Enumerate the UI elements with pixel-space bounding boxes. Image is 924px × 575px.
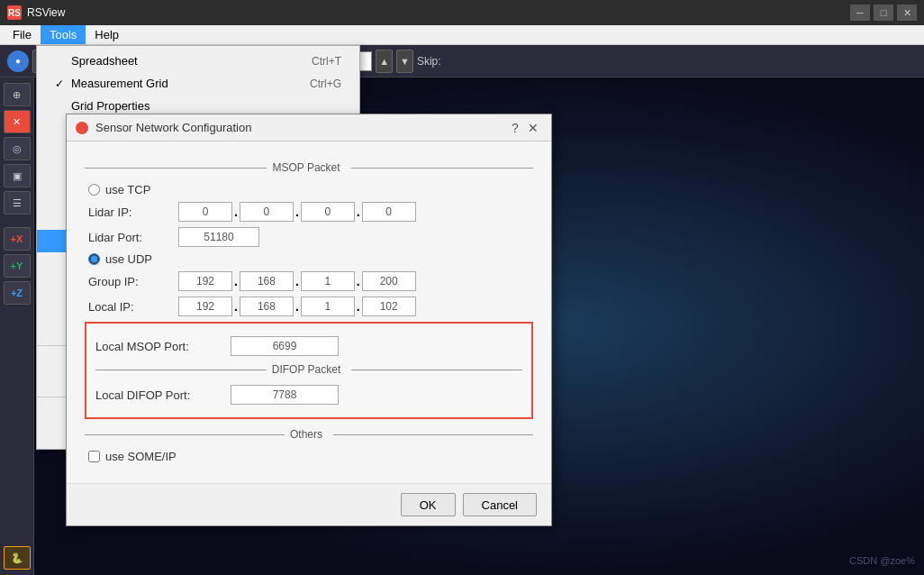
sidebar-btn-2[interactable]: ✕ [4, 110, 31, 133]
local-msop-port-input[interactable] [231, 336, 339, 356]
group-ip-row: Group IP: . . . [88, 271, 533, 291]
sidebar-python-icon: 🐍 [4, 546, 31, 570]
modal-close-button[interactable]: ✕ [524, 120, 542, 136]
msop-section-title: MSOP Packet [272, 161, 340, 174]
sidebar-btn-axes-y[interactable]: +Y [4, 254, 31, 278]
group-ip-field-1[interactable] [178, 271, 232, 291]
modal-title: Sensor Network Configuration [95, 121, 506, 134]
menu-bar: File Tools Help [0, 25, 924, 45]
local-ip-field-2[interactable] [240, 297, 294, 316]
lidar-ip-label: Lidar IP: [88, 205, 178, 219]
use-some-ip-checkbox[interactable] [88, 451, 100, 462]
title-bar: RS RSView ─ □ ✕ [0, 0, 924, 25]
others-section-header: Others [85, 428, 533, 441]
msop-section-header: MSOP Packet [85, 161, 533, 174]
local-ip-field-1[interactable] [178, 297, 232, 316]
menu-tools[interactable]: Tools [41, 25, 86, 44]
group-ip-label: Group IP: [88, 275, 178, 288]
use-tcp-label: use TCP [105, 183, 150, 196]
sensor-network-config-dialog: Sensor Network Configuration ? ✕ MSOP Pa… [66, 114, 552, 526]
menu-help[interactable]: Help [86, 25, 128, 44]
modal-cancel-button[interactable]: Cancel [463, 493, 537, 516]
menu-file[interactable]: File [4, 25, 41, 44]
use-tcp-row: use TCP [85, 183, 533, 196]
group-ip-field-2[interactable] [240, 271, 294, 291]
difop-section-header: DIFOP Packet [95, 363, 522, 376]
lidar-port-label: Lidar Port: [88, 231, 178, 244]
window-controls: ─ □ ✕ [850, 5, 917, 21]
app-icon: RS [7, 5, 22, 20]
group-ip-field-3[interactable] [301, 271, 355, 291]
tf-down[interactable]: ▼ [396, 50, 413, 73]
sidebar-btn-axes-x[interactable]: +X [4, 227, 31, 251]
local-difop-port-row: Local DIFOP Port: [95, 385, 522, 405]
modal-help-button[interactable]: ? [506, 120, 524, 136]
local-msop-port-label: Local MSOP Port: [95, 340, 231, 353]
lidar-port-input[interactable] [178, 227, 259, 247]
sidebar-btn-5[interactable]: ☰ [4, 191, 31, 214]
use-udp-label: use UDP [105, 252, 152, 266]
lidar-ip-field-3[interactable] [301, 202, 355, 222]
maximize-button[interactable]: □ [874, 5, 893, 21]
local-difop-port-input[interactable] [231, 385, 339, 405]
sidebar-btn-4[interactable]: ▣ [4, 164, 31, 187]
skip-label: Skip: [417, 55, 441, 68]
lidar-ip-row: Lidar IP: . . . [88, 202, 533, 222]
use-udp-row: use UDP [85, 252, 533, 266]
others-section-title: Others [290, 428, 322, 441]
difop-section-title: DIFOP Packet [272, 363, 340, 376]
local-difop-port-label: Local DIFOP Port: [95, 388, 231, 402]
highlighted-ports-section: Local MSOP Port: DIFOP Packet Local DIFO… [85, 322, 533, 419]
modal-footer: OK Cancel [67, 483, 551, 525]
local-ip-field-3[interactable] [301, 297, 355, 316]
use-some-ip-row: use SOME/IP [85, 450, 533, 463]
modal-titlebar: Sensor Network Configuration ? ✕ [67, 114, 551, 141]
lidar-port-row: Lidar Port: [88, 227, 533, 247]
menu-spreadsheet[interactable]: Spreadsheet Ctrl+T [37, 50, 359, 72]
close-button[interactable]: ✕ [897, 5, 917, 21]
use-tcp-radio[interactable] [88, 184, 100, 196]
local-msop-port-row: Local MSOP Port: [95, 336, 522, 356]
lidar-ip-field-4[interactable] [362, 202, 416, 222]
lidar-ip-field-1[interactable] [178, 202, 232, 222]
minimize-button[interactable]: ─ [850, 5, 870, 21]
sidebar-btn-3[interactable]: ◎ [4, 137, 31, 160]
connect-icon: ● [7, 50, 29, 72]
lidar-ip-field-2[interactable] [240, 202, 294, 222]
use-some-ip-label: use SOME/IP [105, 450, 177, 463]
use-udp-radio[interactable] [88, 253, 100, 265]
modal-body: MSOP Packet use TCP Lidar IP: . . . [67, 141, 551, 483]
left-sidebar: ⊕ ✕ ◎ ▣ ☰ +X +Y +Z 🐍 [0, 78, 34, 575]
modal-ok-button[interactable]: OK [401, 493, 456, 516]
modal-title-icon [76, 122, 88, 134]
local-ip-field-4[interactable] [362, 297, 416, 316]
local-ip-label: Local IP: [88, 300, 178, 314]
sidebar-btn-1[interactable]: ⊕ [4, 83, 31, 106]
local-ip-row: Local IP: . . . [88, 297, 533, 316]
app-title: RSView [27, 6, 65, 19]
group-ip-field-4[interactable] [362, 271, 416, 291]
sidebar-btn-axes-z[interactable]: +Z [4, 281, 31, 305]
tf-up[interactable]: ▲ [376, 50, 393, 73]
modal-overlay: Sensor Network Configuration ? ✕ MSOP Pa… [34, 78, 924, 575]
